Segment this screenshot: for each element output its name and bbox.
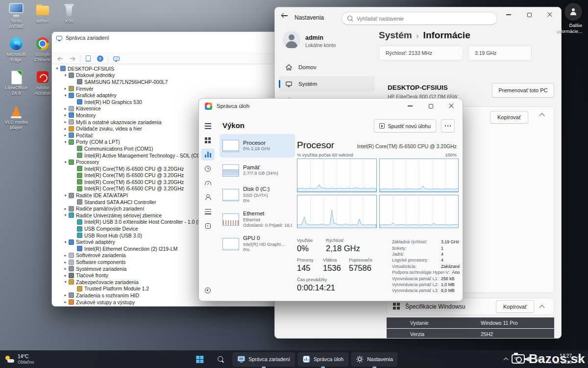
desktop-icon[interactable]: Kôš bbox=[56, 3, 82, 24]
back-icon[interactable] bbox=[55, 54, 66, 63]
taskbar-app-button[interactable]: Nastavenia bbox=[351, 352, 398, 367]
menu-icon[interactable] bbox=[201, 120, 215, 132]
expand-chevron-icon[interactable]: ▸ bbox=[63, 293, 68, 297]
device-tree-label: Sieťové adaptéry bbox=[76, 239, 115, 245]
desktop-icon[interactable]: Tento počítač bbox=[3, 3, 29, 29]
collapse-chevron-icon[interactable] bbox=[539, 113, 544, 118]
more-info-badge[interactable] bbox=[564, 3, 582, 21]
copy-button[interactable]: Kopírovať bbox=[490, 111, 528, 124]
settings-gear-icon[interactable] bbox=[201, 285, 215, 296]
minimize-button[interactable] bbox=[498, 7, 519, 22]
menu-item[interactable] bbox=[61, 48, 68, 50]
expand-chevron-icon[interactable]: ▸ bbox=[63, 260, 68, 264]
expand-chevron-icon[interactable]: ▾ bbox=[63, 240, 68, 244]
performance-list-item[interactable]: Procesor 0% 2,18 GHz bbox=[220, 134, 295, 158]
info-card-text: Rýchlosť: 2133 MHz bbox=[386, 50, 432, 56]
expand-chevron-icon[interactable]: ▸ bbox=[63, 133, 68, 137]
collapse-chevron-icon[interactable] bbox=[539, 305, 544, 310]
expand-chevron-icon[interactable]: ▾ bbox=[54, 66, 60, 71]
expand-chevron-icon[interactable]: ▾ bbox=[63, 160, 68, 164]
device-tree-item[interactable]: ▾ Diskové jednotky bbox=[52, 72, 277, 79]
expand-chevron-icon[interactable]: ▾ bbox=[63, 280, 68, 284]
taskbar-app-button[interactable]: Správca úloh bbox=[297, 352, 348, 367]
desktop-icon[interactable]: VLC media player bbox=[3, 104, 29, 131]
windows-spec-row: Verzia 25H2 bbox=[387, 329, 554, 339]
expand-chevron-icon[interactable]: ▾ bbox=[63, 213, 68, 217]
performance-list-item[interactable]: Ethernet Ethernet Odoslané: 0 Prijaté: 1… bbox=[220, 208, 295, 231]
expand-chevron-icon[interactable]: ▾ bbox=[63, 193, 68, 198]
info-card: Rýchlosť: 2133 MHz bbox=[379, 46, 463, 60]
expand-chevron-icon[interactable]: ▾ bbox=[63, 93, 68, 98]
more-options-button[interactable] bbox=[441, 119, 455, 132]
device-tree-item[interactable]: SAMSUNG MZ7LN256HCHP-000L7 bbox=[52, 79, 277, 85]
taskbar-app-button[interactable]: Správca zariadení bbox=[232, 352, 295, 367]
details-icon[interactable] bbox=[201, 206, 215, 217]
startup-apps-icon[interactable] bbox=[201, 177, 215, 189]
device-tree-label: Intel(R) Active Management Technology - … bbox=[84, 153, 210, 158]
app-history-icon[interactable] bbox=[201, 163, 215, 175]
performance-list-item[interactable]: Disk 0 (C:) SSD (SATA) 0% bbox=[220, 183, 295, 207]
users-icon[interactable] bbox=[201, 191, 215, 203]
settings-search[interactable] bbox=[342, 12, 497, 25]
menu-item[interactable] bbox=[54, 48, 61, 50]
device-category-icon bbox=[77, 173, 82, 178]
performance-list-item[interactable]: GPU 0 Intel(R) HD Graphi... 0% bbox=[220, 232, 295, 256]
breadcrumb-root[interactable]: Systém bbox=[379, 30, 412, 41]
more-info-link[interactable]: Ďalšie informácie... bbox=[550, 23, 582, 35]
services-icon[interactable] bbox=[201, 220, 215, 232]
taskbar-app-label: Správca zariadení bbox=[248, 356, 290, 362]
back-button[interactable] bbox=[282, 13, 288, 19]
spec-values bbox=[478, 129, 552, 133]
expand-chevron-icon[interactable]: ▸ bbox=[63, 253, 68, 258]
start-button[interactable] bbox=[190, 352, 209, 367]
close-button[interactable] bbox=[441, 99, 462, 113]
close-button[interactable] bbox=[539, 7, 560, 22]
maximize-button[interactable] bbox=[519, 7, 539, 22]
maximize-button[interactable] bbox=[420, 99, 441, 113]
device-tree-label: Radiče Univerzálnej sériovej zbernice bbox=[76, 212, 162, 218]
expand-chevron-icon[interactable]: ▸ bbox=[63, 127, 68, 131]
properties-icon[interactable] bbox=[83, 54, 94, 63]
device-tree-item[interactable]: ▸ Firmvér bbox=[52, 85, 277, 92]
rename-pc-button[interactable]: Premenovať toto PC bbox=[492, 83, 554, 98]
expand-chevron-icon[interactable]: ▸ bbox=[63, 113, 68, 117]
expand-chevron-icon[interactable]: ▸ bbox=[63, 106, 68, 111]
info-card: 3.19 GHz bbox=[468, 46, 532, 60]
scan-hardware-icon[interactable] bbox=[111, 54, 122, 63]
cpu-detail-value: Áno bbox=[452, 270, 460, 275]
desktop-icon[interactable]: Microsoft Edge bbox=[3, 36, 29, 63]
expand-chevron-icon[interactable]: ▸ bbox=[63, 300, 68, 304]
search-input[interactable] bbox=[357, 16, 491, 22]
expand-chevron-icon[interactable]: ▸ bbox=[63, 266, 68, 271]
device-tree-item[interactable]: ▾ DESKTOP-CFSIUIS bbox=[52, 65, 277, 72]
run-new-task-button[interactable]: Spustiť novú úlohu bbox=[374, 119, 436, 132]
expand-chevron-icon[interactable]: ▸ bbox=[63, 207, 68, 211]
performance-icon[interactable] bbox=[201, 149, 215, 160]
expand-chevron-icon[interactable]: ▸ bbox=[63, 273, 68, 278]
expand-chevron-icon[interactable]: ▸ bbox=[63, 86, 68, 91]
settings-nav-item[interactable]: Systém bbox=[279, 76, 375, 92]
settings-nav-item[interactable]: Domov bbox=[279, 59, 375, 75]
forward-icon[interactable] bbox=[67, 54, 77, 63]
processes-icon[interactable] bbox=[201, 134, 215, 146]
menu-item[interactable] bbox=[68, 48, 74, 50]
copy-button[interactable]: Kopírovať bbox=[496, 300, 534, 313]
cpu-stat: Čas prevádzky 0:00:14:21 bbox=[297, 277, 335, 292]
expand-chevron-icon[interactable]: ▾ bbox=[63, 140, 68, 144]
cpu-stat-value: 1536 bbox=[323, 263, 342, 273]
help-icon[interactable] bbox=[95, 54, 105, 63]
search-icon bbox=[347, 16, 353, 21]
taskbar-search-button[interactable] bbox=[211, 352, 230, 367]
camera-icon bbox=[512, 354, 525, 364]
device-tree-item[interactable]: ▾ Grafické adaptéry bbox=[52, 92, 277, 99]
expand-chevron-icon[interactable]: ▾ bbox=[63, 73, 68, 78]
desktop-icon[interactable]: LibreOffice 24.8 bbox=[3, 70, 29, 96]
minimize-button[interactable] bbox=[400, 99, 420, 113]
performance-list-item[interactable]: Pamäť 2,7/7,9 GB (34%) bbox=[220, 158, 295, 182]
expand-chevron-icon[interactable]: ▸ bbox=[63, 120, 68, 124]
weather-widget[interactable]: 14°C Oblačno bbox=[0, 350, 39, 368]
tray-overflow-chevron-icon[interactable] bbox=[504, 358, 509, 363]
cpu-detail-value: 4 bbox=[441, 252, 443, 257]
menu-item[interactable] bbox=[74, 48, 81, 50]
desktop-icon[interactable]: admin bbox=[29, 3, 56, 24]
